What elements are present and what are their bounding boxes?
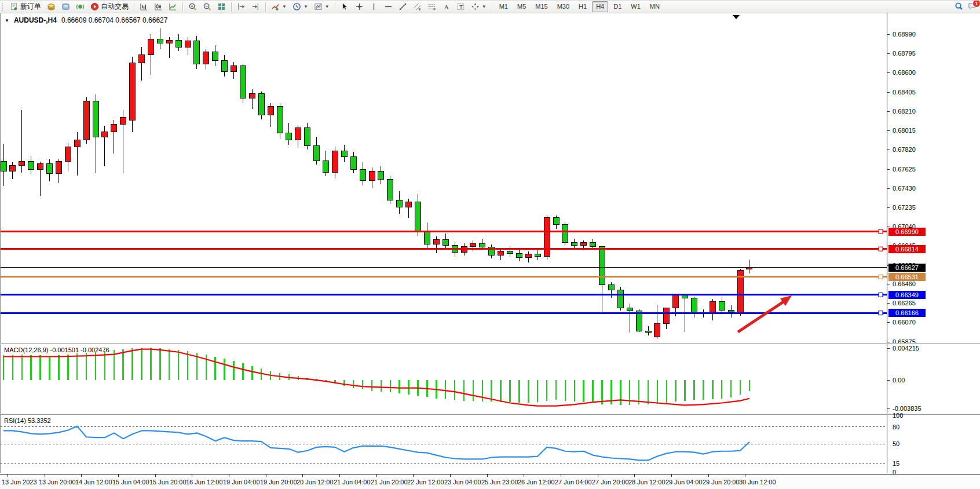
timeframe-m5-button[interactable]: M5 [513,1,530,12]
auto-trading-button[interactable]: 自动交易 [87,1,131,13]
tile-windows-icon [217,2,226,11]
search-icon[interactable] [955,2,963,12]
trendline-icon [398,2,407,11]
trendline-button[interactable] [396,1,410,13]
symbol-period-label: AUDUSD-,H4 [14,16,57,24]
macd-tick-label: -0.003835 [893,405,922,412]
cursor-button[interactable] [338,1,352,13]
chevron-down-icon: ▼ [282,4,287,9]
time-tick-label: 22 Jun 12:00 [407,479,444,486]
tile-windows-button[interactable] [214,1,229,13]
time-tick-label: 21 Jun 20:00 [371,479,408,486]
auto-trading-button-label: 自动交易 [101,2,129,12]
time-tick-label: 30 Jun 12:00 [739,479,776,486]
navigator-icon [76,2,85,11]
candlestick-chart-icon [154,2,163,11]
text-label-icon: T [456,2,465,11]
auto-trading-icon [90,2,99,11]
zoom-out-button[interactable] [200,1,214,13]
chat-icon[interactable]: 1 [968,2,977,12]
market-watch-button[interactable] [44,1,58,13]
fibonacci-button[interactable]: F [425,1,439,13]
rsi-chart-canvas[interactable] [1,415,887,473]
price-tick-label: 0.68210 [893,108,916,115]
time-tick-label: 20 Jun 12:00 [297,479,334,486]
indicators-icon [271,2,280,11]
data-window-icon [61,2,70,11]
chart-shift-marker[interactable] [733,15,740,19]
main-chart-panel: ▼ AUDUSD-,H4 0.66609 0.66704 0.66567 0.6… [0,13,980,343]
price-level-badge: 0.66531 [888,273,926,281]
new-order-button[interactable]: 新订单 [7,1,44,13]
time-tick-label: 19 Jun 20:00 [260,479,297,486]
rsi-panel: RSI(14) 53.3352 1008050150 [0,415,980,473]
collapse-icon[interactable]: ▼ [5,18,9,23]
time-tick-label: 14 Jun 12:00 [75,479,112,486]
chevron-down-icon: ▼ [325,4,330,9]
macd-tick-label: 0.00 [893,377,905,384]
vertical-line-button[interactable] [367,1,381,13]
navigator-button[interactable] [73,1,87,13]
time-axis[interactable]: 13 Jun 202313 Jun 20:0014 Jun 12:0015 Ju… [0,474,980,489]
chart-shift-icon [251,2,260,11]
auto-scroll-button[interactable] [234,1,248,13]
chart-shift-button[interactable] [248,1,263,13]
fibonacci-icon: F [427,2,436,11]
line-chart-icon [169,2,177,11]
templates-button[interactable]: ▼ [311,1,332,13]
indicators-button[interactable]: ▼ [268,1,290,13]
timeframe-group: M1M5M15M30H1H4D1W1MN [495,1,664,13]
time-tick-label: 23 Jun 04:00 [444,479,481,486]
time-tick-label: 15 Jun 04:00 [112,479,149,486]
price-tick-label: 0.66460 [893,280,916,287]
price-tick-label: 0.68015 [893,127,916,134]
toolbar-grip[interactable] [2,3,5,11]
time-tick-label: 29 Jun 20:00 [703,479,740,486]
zoom-in-button[interactable] [185,1,200,13]
arrows-icon [471,2,480,11]
horizontal-line-button[interactable] [381,1,396,13]
text-button[interactable]: A [439,1,454,13]
data-window-button[interactable] [58,1,73,13]
new-order-button-label: 新订单 [20,2,41,12]
vertical-line-icon [370,2,378,11]
svg-text:T: T [459,3,463,10]
crosshair-button[interactable] [352,1,367,13]
time-tick-label: 13 Jun 20:00 [39,479,76,486]
price-tick-label: 0.68405 [893,89,916,96]
periods-button[interactable]: ▼ [290,1,311,13]
line-chart-button[interactable] [166,1,180,13]
text-icon: A [442,2,451,11]
price-level-badge: 0.66349 [888,291,926,299]
rsi-tick-label: 80 [893,424,899,430]
time-tick-label: 21 Jun 04:00 [334,479,371,486]
equidistant-channel-button[interactable]: E [410,1,425,13]
macd-tick-label: 0.004215 [893,345,919,352]
arrows-button[interactable]: ▼ [468,1,489,13]
time-tick-label: 15 Jun 20:00 [149,479,187,486]
chevron-down-icon: ▼ [482,4,487,9]
trend-arrow[interactable] [738,300,786,332]
timeframe-m30-button[interactable]: M30 [553,1,573,12]
rsi-label: RSI(14) 53.3352 [4,417,51,424]
text-label-button[interactable]: T [454,1,468,13]
candlestick-chart-button[interactable] [151,1,166,13]
price-tick-label: 0.67235 [893,204,916,211]
rsi-tick-label: 15 [893,460,899,467]
macd-chart-canvas[interactable] [1,344,887,414]
timeframe-h1-button[interactable]: H1 [575,1,591,12]
timeframe-m1-button[interactable]: M1 [495,1,512,12]
timeframe-m15-button[interactable]: M15 [531,1,551,12]
price-tick-label: 0.68795 [893,50,916,57]
market-watch-icon [47,2,56,11]
price-tick-label: 0.66265 [893,300,916,306]
timeframe-mn-button[interactable]: MN [646,1,664,12]
candlestick-chart-canvas[interactable] [1,13,887,343]
timeframe-d1-button[interactable]: D1 [609,1,626,12]
time-tick-label: 25 Jun 23:00 [481,479,518,486]
bar-chart-button[interactable] [137,1,151,13]
chart-title: ▼ AUDUSD-,H4 0.66609 0.66704 0.66567 0.6… [5,16,167,24]
price-tick-label: 0.67430 [893,185,916,192]
timeframe-w1-button[interactable]: W1 [627,1,645,12]
timeframe-h4-button[interactable]: H4 [592,1,608,12]
